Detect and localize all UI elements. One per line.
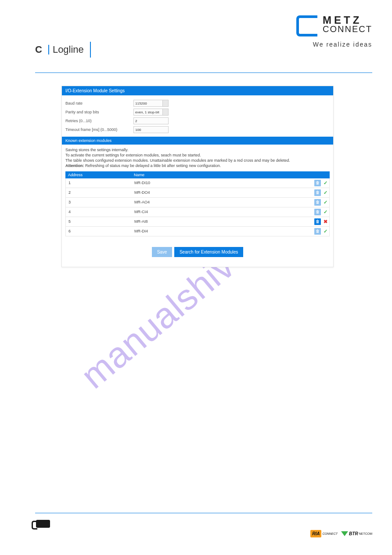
brand-c-icon bbox=[296, 15, 317, 36]
timeout-label: Timeout frame [ms] (0...5000) bbox=[65, 127, 133, 132]
delete-icon[interactable]: 🗑 bbox=[314, 228, 321, 235]
parity-value: even, 1 stop-bit bbox=[135, 110, 159, 114]
cell-actions: 🗑✓ bbox=[305, 189, 329, 196]
table-body: 1MR-DI10🗑✓2MR-DO4🗑✓3MR-AO4🗑✓4MR-CI4🗑✓5MR… bbox=[65, 178, 330, 236]
parity-select[interactable]: even, 1 stop-bit bbox=[133, 109, 169, 116]
cell-actions: 🗑✓ bbox=[305, 209, 329, 215]
known-modules-header: Known extension modules bbox=[62, 137, 333, 145]
check-icon: ✓ bbox=[324, 229, 327, 234]
header-rule bbox=[35, 73, 372, 73]
timeout-value: 100 bbox=[135, 128, 141, 132]
table-header: Address Name bbox=[65, 171, 330, 178]
footer-left-icon bbox=[36, 520, 50, 528]
check-icon: ✓ bbox=[324, 190, 327, 196]
cell-address: 3 bbox=[66, 200, 132, 204]
footer-brands: RIA CONNECT BTR NETCOM bbox=[310, 530, 372, 537]
col-address: Address bbox=[65, 171, 131, 178]
note-line: The table shows configured extension mod… bbox=[65, 158, 330, 163]
brand-line1: METZ bbox=[323, 15, 372, 25]
cell-address: 6 bbox=[66, 229, 132, 233]
logline-c: C bbox=[35, 44, 42, 55]
cell-address: 5 bbox=[66, 219, 132, 224]
brand-line2: CONNECT bbox=[323, 25, 372, 33]
retries-input[interactable]: 2 bbox=[133, 117, 169, 124]
col-name: Name bbox=[131, 171, 306, 178]
cell-name: MR-DO4 bbox=[132, 190, 305, 195]
note-line: To activate the current settings for ext… bbox=[65, 152, 330, 158]
btr-netcom-logo: BTR NETCOM bbox=[341, 531, 372, 536]
timeout-input[interactable]: 100 bbox=[133, 126, 169, 133]
col-actions bbox=[306, 171, 330, 178]
baud-value: 115200 bbox=[135, 102, 147, 105]
panel-title: I/O-Extension Module Settings bbox=[62, 86, 333, 95]
page-header: METZ CONNECT We realize ideas C Logline bbox=[24, 15, 372, 70]
divider-icon bbox=[48, 45, 49, 54]
table-row: 1MR-DI10🗑✓ bbox=[65, 178, 330, 188]
ria-main: RIA bbox=[310, 530, 321, 537]
io-extension-panel: I/O-Extension Module Settings Baud rate … bbox=[61, 86, 334, 267]
search-modules-button[interactable]: Search for Extension Modules bbox=[174, 247, 243, 257]
note-line: Saving stores the settings internally. bbox=[65, 147, 330, 152]
parity-label: Parity and stop bits bbox=[65, 110, 133, 114]
cell-actions: 🗑✓ bbox=[305, 180, 329, 186]
delete-icon[interactable]: 🗑 bbox=[314, 189, 321, 196]
cell-address: 2 bbox=[66, 190, 132, 195]
note-line-rest: Refreshing of status may be delayed a li… bbox=[84, 163, 221, 168]
table-row: 6MR-DI4🗑✓ bbox=[65, 227, 330, 236]
cell-name: MR-DI4 bbox=[132, 229, 305, 233]
table-row: 2MR-DO4🗑✓ bbox=[65, 188, 330, 198]
delete-icon[interactable]: 🗑 bbox=[314, 199, 321, 206]
note-line: Attention: Refreshing of status may be d… bbox=[65, 163, 330, 168]
btr-main: BTR bbox=[349, 531, 358, 536]
notes: Saving stores the settings internally. T… bbox=[62, 145, 333, 171]
note-attention: Attention: bbox=[65, 163, 84, 168]
cell-name: MR-CI4 bbox=[132, 210, 305, 214]
brand-logo: METZ CONNECT We realize ideas bbox=[296, 15, 372, 48]
divider-icon bbox=[90, 42, 91, 58]
baud-label: Baud rate bbox=[65, 101, 133, 105]
check-icon: ✓ bbox=[324, 200, 327, 205]
cell-actions: 🗑✓ bbox=[305, 228, 329, 235]
check-icon: ✓ bbox=[324, 209, 327, 215]
table-row: 3MR-AO4🗑✓ bbox=[65, 198, 330, 207]
cell-actions: 🗑✖ bbox=[305, 218, 329, 225]
table-row: 5MR-AI8🗑✖ bbox=[65, 217, 330, 227]
button-row: Save Search for Extension Modules bbox=[62, 240, 333, 267]
cell-name: MR-DI10 bbox=[132, 181, 305, 185]
baud-select[interactable]: 115200 bbox=[133, 100, 169, 107]
cell-name: MR-AO4 bbox=[132, 200, 305, 204]
cross-icon: ✖ bbox=[324, 219, 327, 225]
cell-address: 4 bbox=[66, 210, 132, 214]
brand-tagline: We realize ideas bbox=[296, 41, 372, 48]
retries-label: Retries (0...10) bbox=[65, 119, 133, 123]
table-row: 4MR-CI4🗑✓ bbox=[65, 207, 330, 217]
footer-rule bbox=[35, 513, 372, 513]
save-button[interactable]: Save bbox=[152, 247, 173, 257]
logline-badge: C Logline bbox=[35, 42, 91, 58]
cell-address: 1 bbox=[66, 181, 132, 185]
cell-actions: 🗑✓ bbox=[305, 199, 329, 206]
delete-icon[interactable]: 🗑 bbox=[314, 180, 321, 186]
check-icon: ✓ bbox=[324, 180, 327, 186]
retries-value: 2 bbox=[135, 119, 137, 123]
btr-sub: NETCOM bbox=[359, 532, 372, 535]
triangle-icon bbox=[341, 531, 348, 536]
logline-text: Logline bbox=[53, 44, 84, 55]
ria-connect-logo: RIA CONNECT bbox=[310, 530, 338, 537]
settings-form: Baud rate 115200 Parity and stop bits ev… bbox=[62, 95, 333, 137]
cell-name: MR-AI8 bbox=[132, 219, 305, 224]
ria-sub: CONNECT bbox=[322, 532, 338, 535]
modules-table: Address Name 1MR-DI10🗑✓2MR-DO4🗑✓3MR-AO4🗑… bbox=[65, 171, 330, 236]
delete-icon[interactable]: 🗑 bbox=[314, 218, 321, 225]
delete-icon[interactable]: 🗑 bbox=[314, 209, 321, 215]
